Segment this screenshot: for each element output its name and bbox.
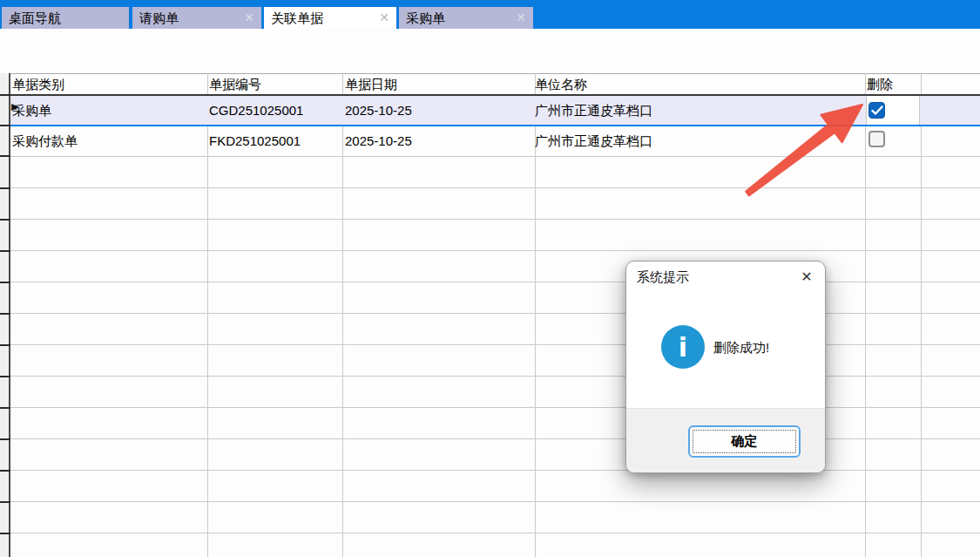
- tab-purchase-order[interactable]: 采购单 ✕: [399, 7, 533, 29]
- close-icon[interactable]: ✕: [242, 7, 256, 29]
- gutter-tick: [0, 407, 10, 409]
- tab-label: 关联单据: [271, 10, 323, 25]
- cell-doc-date: 2025-10-25: [345, 133, 412, 148]
- tab-label: 请购单: [139, 10, 179, 25]
- close-icon[interactable]: ✕: [514, 7, 528, 29]
- cell-doc-number: FKD251025001: [209, 133, 301, 148]
- column-header-doc-number[interactable]: 单据编号: [209, 77, 261, 93]
- column-header-unit-name[interactable]: 单位名称: [535, 77, 587, 93]
- cell-doc-date: 2025-10-25: [345, 103, 412, 118]
- system-prompt-dialog: 系统提示 ✕ i 删除成功! 确定: [625, 261, 826, 473]
- gutter-tick: [0, 250, 10, 252]
- column-header-doc-type[interactable]: 单据类别: [12, 77, 64, 93]
- gutter-tick: [0, 438, 10, 440]
- info-icon: i: [661, 325, 705, 369]
- gutter-tick: [0, 344, 10, 346]
- gutter-tick: [0, 376, 10, 377]
- tab-label: 采购单: [406, 10, 445, 25]
- tab-linked-documents[interactable]: 关联单据 ✕: [264, 7, 396, 29]
- gutter-tick: [0, 533, 10, 534]
- tab-label: 桌面导航: [9, 10, 61, 25]
- cell-unit-name: 广州市正通皮革档口: [535, 103, 652, 119]
- current-row-indicator-icon: ▶: [11, 101, 18, 112]
- tab-bar: 桌面导航 请购单 ✕ 关联单据 ✕ 采购单 ✕: [0, 0, 980, 29]
- dialog-title: 系统提示: [637, 269, 689, 286]
- gutter-tick: [0, 313, 10, 315]
- dialog-footer: 确定: [626, 408, 825, 473]
- column-header-doc-date[interactable]: 单据日期: [345, 77, 397, 93]
- gutter-tick: [0, 155, 10, 157]
- selected-row-bottom-border: [0, 125, 980, 126]
- check-icon: [871, 105, 883, 116]
- cell-unit-name: 广州市正通皮革档口: [535, 133, 652, 150]
- gutter-tick: [0, 187, 10, 189]
- tab-desktop-nav[interactable]: 桌面导航: [2, 7, 129, 29]
- cell-doc-number: CGD251025001: [209, 103, 303, 118]
- gutter-tick: [0, 501, 10, 503]
- grid-top-border: [0, 73, 980, 74]
- cell-doc-type: 采购付款单: [12, 133, 78, 150]
- table-row-selected-highlight[interactable]: [10, 96, 980, 125]
- dialog-message: 删除成功!: [713, 340, 769, 357]
- header-bottom-border: [0, 94, 980, 96]
- gutter-tick: [0, 470, 10, 472]
- dialog-body: i 删除成功!: [626, 293, 825, 408]
- close-icon[interactable]: ✕: [377, 7, 391, 29]
- gutter-tick: [0, 282, 10, 283]
- column-header-delete[interactable]: 删除: [867, 77, 893, 93]
- gridline-horizontal: [0, 156, 980, 157]
- gutter-tick: [0, 219, 10, 221]
- tab-purchase-requisition[interactable]: 请购单 ✕: [132, 7, 261, 29]
- gutter-tick: [0, 94, 10, 96]
- delete-checkbox-row2-unchecked[interactable]: [868, 131, 885, 147]
- record-indicator-gutter: [0, 73, 10, 557]
- ok-button[interactable]: 确定: [688, 425, 801, 458]
- close-icon[interactable]: ✕: [795, 267, 818, 288]
- delete-checkbox-row1-checked[interactable]: [868, 102, 885, 119]
- gutter-tick: [0, 125, 10, 126]
- grid-empty-rows: [10, 157, 980, 557]
